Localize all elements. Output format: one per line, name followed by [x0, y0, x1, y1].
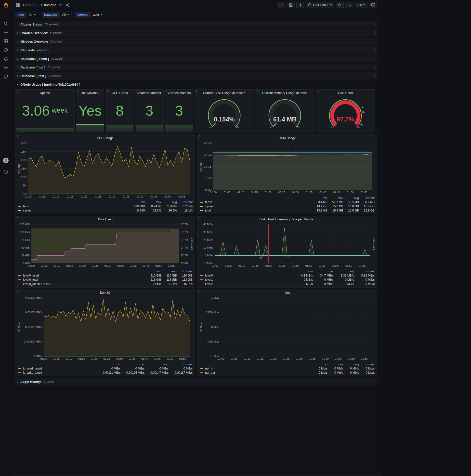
add-panel-button[interactable] [277, 2, 285, 8]
legend-series-level0-percent[interactable]: level0_percent (right-y) [18, 282, 146, 286]
variable-interval[interactable]: Interval auto [75, 12, 105, 18]
row-drag-handle[interactable] [373, 22, 376, 27]
drag-handle-icon[interactable] [373, 74, 376, 78]
panel-title[interactable]: Disk Used Increasing Rate per Minute [200, 216, 375, 222]
legend-series-net-out[interactable]: net_out [200, 371, 312, 374]
variable-fqdn-value[interactable]: All [26, 12, 38, 18]
legend-col-max[interactable]: max [327, 363, 343, 366]
legend-series-taosd[interactable]: taosd [200, 201, 312, 204]
row-drag-handle[interactable] [373, 48, 376, 53]
legend-col-min[interactable]: min [146, 270, 161, 273]
legend-col-avg[interactable]: avg [343, 196, 359, 200]
legend-series-level0[interactable]: level0 [200, 274, 292, 277]
time-range-picker[interactable]: Last 1 hour [306, 2, 334, 8]
row-drag-handle[interactable] [373, 39, 376, 44]
star-icon[interactable]: ☆ [58, 3, 63, 7]
drag-handle-icon[interactable] [373, 65, 376, 69]
dashboard-title[interactable]: TDinsight [40, 3, 56, 7]
panel-info-icon[interactable]: i [135, 89, 139, 93]
alerting-bell-icon[interactable] [0, 54, 12, 63]
panel-info-icon[interactable]: i [16, 289, 19, 293]
row-drag-handle[interactable] [373, 380, 376, 385]
legend-col-current[interactable]: current [359, 196, 375, 200]
drag-handle-icon[interactable] [373, 48, 376, 52]
configuration-gear-icon[interactable] [0, 63, 12, 72]
row-drag-handle[interactable] [373, 65, 376, 70]
search-icon[interactable] [0, 19, 12, 28]
legend-col-min[interactable]: min [130, 201, 146, 204]
variable-interval-label[interactable]: Interval [75, 12, 90, 18]
legend-series-taosd[interactable]: taosd [18, 205, 130, 208]
panel-info-icon[interactable]: i [316, 89, 320, 93]
refresh-button[interactable] [345, 2, 353, 8]
user-avatar[interactable] [0, 156, 12, 165]
row-drag-handle[interactable] [373, 31, 376, 36]
create-plus-icon[interactable] [0, 28, 12, 37]
row-drag-handle[interactable] [373, 74, 376, 79]
legend-col-avg[interactable]: avg [333, 270, 354, 273]
explore-compass-icon[interactable] [0, 46, 12, 54]
legend-col-avg[interactable]: avg [145, 363, 168, 366]
drag-handle-icon[interactable] [373, 380, 376, 384]
legend-series-io-read-taosd[interactable]: io_read_taosd [18, 367, 96, 370]
help-icon[interactable]: ? [0, 167, 12, 176]
variable-database-value[interactable]: All [60, 12, 72, 18]
save-dashboard-button[interactable] [287, 2, 295, 8]
dashboard-settings-button[interactable] [296, 2, 304, 8]
refresh-interval-picker[interactable]: 30s [355, 2, 368, 8]
panel-info-icon[interactable]: i [106, 89, 109, 93]
legend-series-level1[interactable]: level1 [200, 278, 292, 281]
legend-col-min[interactable]: min [312, 196, 327, 200]
dashboards-icon[interactable] [0, 37, 12, 46]
legend-series-system[interactable]: system [18, 209, 130, 212]
cycle-view-button[interactable] [369, 2, 377, 8]
share-icon[interactable] [65, 3, 71, 7]
legend-series-level2[interactable]: level2 [200, 282, 292, 286]
legend-col-max[interactable]: max [327, 196, 343, 200]
row-requests[interactable]: ›Requests(4 panels) [15, 46, 377, 54]
panel-title[interactable]: Current Memory Usage of taosd [255, 89, 314, 96]
panel-title[interactable]: Current CPU Usage of taosd [195, 89, 254, 96]
row-dnodes-overview[interactable]: ›DNodes Overview(4 panels) [15, 29, 377, 36]
panel-info-icon[interactable]: i [195, 89, 198, 93]
legend-col-current[interactable]: current [354, 270, 375, 273]
row-dnode-usage[interactable]: › DNode Usage [ huolinhe-TM1701:6030 ] [15, 81, 377, 88]
legend-col-current[interactable]: current [177, 201, 193, 204]
apps-grid-icon[interactable] [15, 3, 21, 7]
legend-col-current[interactable]: current [359, 363, 375, 366]
variable-database[interactable]: Database All [42, 12, 72, 18]
row-login-history[interactable]: ›Login History(1 panel) [15, 378, 377, 385]
drag-handle-icon[interactable] [373, 22, 376, 26]
panel-title[interactable]: Disk Used [17, 216, 193, 222]
legend-series-system[interactable]: system [200, 205, 312, 208]
drag-handle-icon[interactable] [373, 31, 376, 35]
panel-info-icon[interactable]: i [198, 135, 201, 138]
variable-database-label[interactable]: Database [42, 12, 60, 18]
row-cluster-status[interactable]: ›Cluster Status(21 panels) [15, 21, 377, 28]
legend-series-io-write-taosd[interactable]: io_write_taosd [18, 371, 96, 374]
panel-info-icon[interactable]: i [76, 89, 80, 93]
panel-info-icon[interactable]: i [16, 216, 19, 219]
legend-col-min[interactable]: min [96, 363, 120, 366]
legend-col-max[interactable]: max [161, 270, 177, 273]
legend-col-current[interactable]: current [168, 363, 193, 366]
server-admin-shield-icon[interactable] [0, 72, 12, 81]
legend-col-max[interactable]: max [313, 270, 333, 273]
panel-title[interactable]: Disk IO [17, 289, 193, 296]
drag-handle-icon[interactable] [373, 57, 376, 61]
legend-series-total[interactable]: total [200, 209, 312, 212]
panel-title[interactable]: Disk Used [316, 89, 375, 96]
panel-info-icon[interactable]: i [16, 135, 19, 138]
panel-info-icon[interactable]: i [255, 89, 259, 93]
row-database-demo[interactable]: ›Database: [ demo ](5 panels) [15, 55, 377, 62]
variable-fqdn-label[interactable]: fqdn [15, 12, 26, 18]
legend-series-level0-total[interactable]: level0_total [18, 278, 146, 281]
row-database-log[interactable]: ›Database: [ log ](5 panels) [15, 64, 377, 71]
legend-col-avg[interactable]: avg [343, 363, 359, 366]
zoom-out-button[interactable] [336, 2, 344, 8]
legend-col-current[interactable]: current [177, 270, 193, 273]
panel-info-icon[interactable]: i [165, 89, 168, 93]
panel-title[interactable]: RAM Usage [200, 135, 375, 141]
legend-series-net-in[interactable]: net_in [200, 367, 312, 370]
panel-title[interactable]: Net [200, 289, 375, 296]
